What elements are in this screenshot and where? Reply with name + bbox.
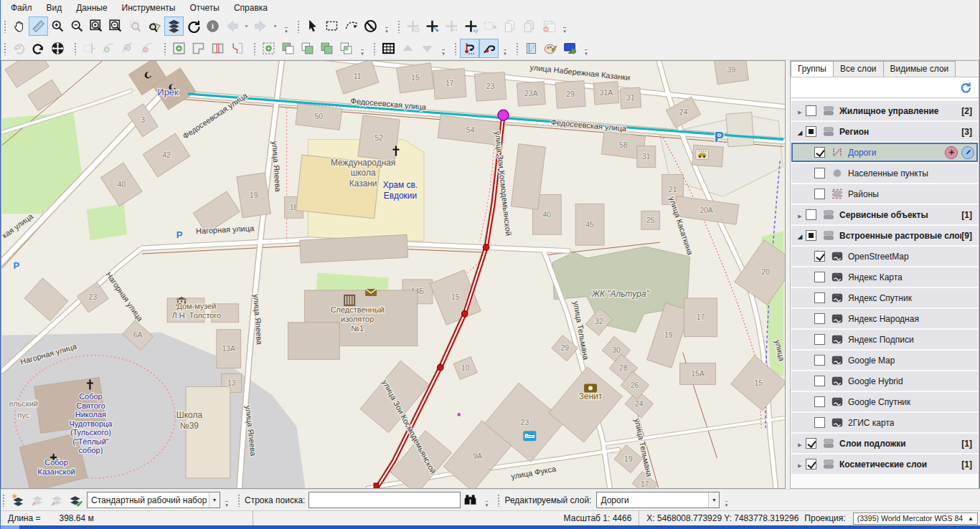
layer-checkbox[interactable] bbox=[814, 292, 825, 303]
layer-checkbox[interactable] bbox=[814, 189, 825, 199]
map-view[interactable]: 1115172323А2931А315052545834240191840452… bbox=[1, 60, 786, 489]
layer-checkbox[interactable] bbox=[814, 355, 825, 366]
layer-checkbox[interactable] bbox=[806, 459, 816, 470]
zoom-style-button[interactable] bbox=[145, 16, 164, 36]
toolbar-overflow[interactable] bbox=[439, 51, 448, 59]
toolbar-overflow[interactable] bbox=[358, 51, 367, 59]
layer-tree-row[interactable]: Дороги bbox=[791, 143, 978, 162]
refresh-map-button[interactable] bbox=[184, 16, 203, 36]
overlay-intersect-button[interactable] bbox=[317, 39, 336, 58]
toolbar-overflow[interactable] bbox=[382, 29, 391, 37]
layer-tree-row[interactable]: Яндекс Карта bbox=[791, 267, 978, 287]
measure-length-button[interactable] bbox=[29, 16, 48, 36]
layer-tree-row[interactable]: OpenStreetMap bbox=[791, 247, 978, 266]
select-tool-button[interactable] bbox=[303, 16, 322, 36]
expand-arrow[interactable] bbox=[794, 231, 806, 241]
toolbar-overflow[interactable] bbox=[482, 502, 491, 510]
layer-tree-row[interactable]: Встроенные растровые слои [9] bbox=[791, 226, 978, 245]
layer-checkbox[interactable] bbox=[806, 438, 816, 449]
layer-checkbox[interactable] bbox=[814, 168, 825, 178]
tab-groups[interactable]: Группы bbox=[791, 61, 834, 77]
trim-button[interactable] bbox=[80, 39, 99, 58]
paste-button[interactable] bbox=[519, 16, 539, 36]
layer-tree-row[interactable]: Сервисные объекты [1] bbox=[791, 205, 978, 224]
snap-badge[interactable] bbox=[945, 146, 958, 159]
split-object-button[interactable] bbox=[208, 39, 227, 58]
snap-to-nodes-button[interactable] bbox=[460, 39, 479, 58]
overlay-subtract-button[interactable] bbox=[298, 39, 317, 58]
layer-checkbox[interactable] bbox=[814, 396, 825, 407]
menu-item[interactable]: Справка bbox=[227, 1, 275, 14]
styles-button[interactable] bbox=[541, 39, 560, 58]
zoom-out-button[interactable] bbox=[67, 16, 87, 36]
pan-tool-button[interactable] bbox=[9, 16, 29, 36]
expand-arrow[interactable] bbox=[794, 210, 806, 220]
layer-tree-row[interactable]: Google Map bbox=[791, 351, 978, 370]
toolbar-overflow[interactable] bbox=[560, 29, 569, 37]
menu-item[interactable]: Файл bbox=[4, 1, 39, 14]
add-point-snap-button[interactable] bbox=[423, 16, 442, 36]
layers-visibility-button[interactable] bbox=[164, 16, 184, 36]
search-button[interactable] bbox=[461, 490, 480, 510]
layer-tree-row[interactable]: Регион [3] bbox=[791, 122, 978, 141]
layer-tree-row[interactable]: Яндекс Подписи bbox=[791, 330, 978, 349]
workspace-new-button[interactable] bbox=[8, 490, 27, 510]
history-forward-button[interactable] bbox=[251, 16, 270, 36]
undo-button[interactable] bbox=[9, 39, 29, 58]
menu-item[interactable]: Данные bbox=[69, 1, 114, 14]
redo-button[interactable] bbox=[29, 39, 48, 58]
layer-tree-row[interactable]: 2ГИС карта bbox=[791, 413, 978, 432]
paste-frame-button[interactable] bbox=[481, 16, 500, 36]
cut-line-button[interactable] bbox=[227, 39, 247, 58]
edit-badge[interactable] bbox=[961, 146, 974, 159]
info-tool-button[interactable] bbox=[203, 16, 222, 36]
toolbar-overflow[interactable] bbox=[282, 29, 291, 37]
toolbar-overflow[interactable] bbox=[501, 51, 509, 59]
layer-checkbox[interactable] bbox=[814, 313, 825, 324]
layer-tree-row[interactable]: Жилищное управление [2] bbox=[791, 101, 978, 120]
zoom-out-fixed-button[interactable] bbox=[106, 16, 126, 36]
move-objects-button[interactable] bbox=[48, 39, 67, 58]
toolbar-overflow[interactable] bbox=[582, 51, 590, 59]
layer-checkbox[interactable] bbox=[814, 251, 825, 262]
workspace-remove-button[interactable] bbox=[27, 490, 47, 510]
layer-checkbox[interactable] bbox=[814, 334, 825, 345]
attribute-table-button[interactable] bbox=[379, 39, 398, 58]
move-up-button[interactable] bbox=[398, 39, 418, 58]
add-point-coords-button[interactable] bbox=[461, 16, 481, 36]
add-ring-button[interactable] bbox=[169, 39, 189, 58]
layer-checkbox[interactable] bbox=[806, 209, 816, 220]
layer-checkbox[interactable] bbox=[814, 417, 825, 428]
expand-arrow[interactable] bbox=[794, 439, 806, 449]
toolbar-overflow[interactable] bbox=[222, 502, 231, 510]
layer-checkbox[interactable] bbox=[806, 126, 816, 137]
copy-button[interactable] bbox=[500, 16, 519, 36]
boundary-select-button[interactable] bbox=[341, 16, 361, 36]
move-down-button[interactable] bbox=[418, 39, 437, 58]
zoom-selection-button[interactable] bbox=[126, 16, 145, 36]
snap-to-edges-button[interactable] bbox=[479, 39, 499, 58]
add-area-button[interactable] bbox=[259, 39, 278, 58]
legend-button[interactable] bbox=[522, 39, 541, 58]
tab-visible-layers[interactable]: Видимые слои bbox=[883, 61, 956, 77]
layer-tree-row[interactable]: Населенные пункты bbox=[791, 163, 978, 183]
add-point-button[interactable] bbox=[403, 16, 423, 36]
history-back-button[interactable] bbox=[222, 16, 242, 36]
clear-selection-button[interactable] bbox=[361, 16, 380, 36]
tab-all-layers[interactable]: Все слои bbox=[833, 61, 884, 77]
layer-tree-row[interactable]: Косметические слои [1] bbox=[791, 454, 978, 474]
layer-tree-row[interactable]: Районы bbox=[791, 184, 978, 204]
layer-tree-row[interactable]: Яндекс Народная bbox=[791, 309, 978, 328]
layer-tree-row[interactable]: Google Спутник bbox=[791, 392, 978, 411]
layer-checkbox[interactable] bbox=[814, 147, 825, 158]
refresh-layers-icon[interactable] bbox=[959, 81, 972, 94]
layer-tree-row[interactable]: Яндекс Спутник bbox=[791, 288, 978, 308]
expand-arrow[interactable] bbox=[794, 106, 806, 116]
add-arc-button[interactable] bbox=[99, 39, 118, 58]
rotate-arc-button[interactable] bbox=[118, 39, 138, 58]
rect-select-button[interactable] bbox=[322, 16, 341, 36]
expand-arrow[interactable] bbox=[794, 127, 806, 137]
remove-arc-button[interactable] bbox=[138, 39, 157, 58]
add-point-curve-button[interactable] bbox=[442, 16, 461, 36]
workspace-save-button[interactable] bbox=[66, 490, 85, 510]
